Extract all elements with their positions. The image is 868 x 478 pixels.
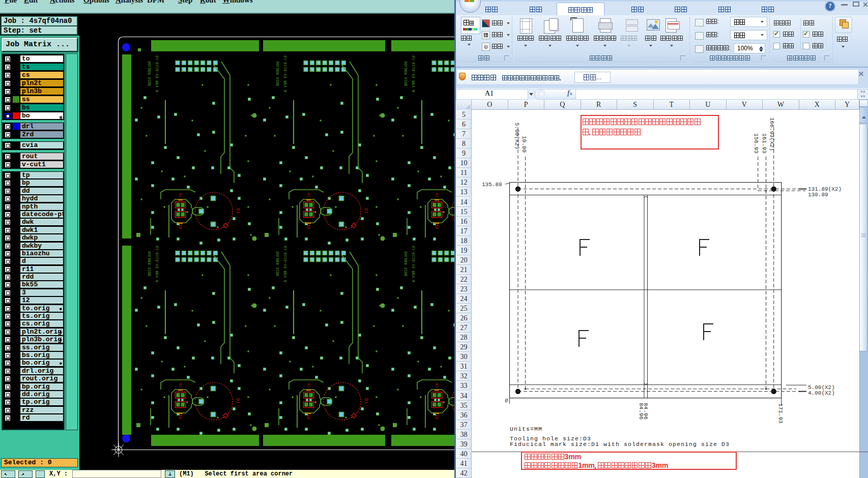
svg-text:84.96: 84.96	[643, 403, 649, 420]
svg-text:SJ-011G-V3 REV A: SJ-011G-V3 REV A	[155, 246, 159, 283]
svg-text:5.00(X2): 5.00(X2)	[514, 123, 520, 150]
svg-text:R1: R1	[179, 225, 183, 229]
svg-text:SOLDER SIDE: SOLDER SIDE	[148, 61, 152, 86]
svg-text:SJ-011G-V3 REV A: SJ-011G-V3 REV A	[283, 55, 287, 93]
svg-text:10.00: 10.00	[521, 136, 527, 153]
svg-text:130.89: 130.89	[808, 192, 828, 198]
svg-text:135.89: 135.89	[482, 182, 502, 188]
svg-text:R1: R1	[179, 415, 183, 419]
svg-text:C8: C8	[307, 383, 311, 387]
svg-text:C8: C8	[179, 383, 183, 387]
svg-text:C8: C8	[435, 383, 439, 387]
svg-text:D1: D1	[363, 398, 368, 404]
svg-text:R1: R1	[435, 225, 439, 229]
svg-text:SOLDER SIDE: SOLDER SIDE	[404, 61, 408, 86]
svg-text:156.93: 156.93	[753, 133, 759, 154]
svg-text:SJ-011G-V3 REV A: SJ-011G-V3 REV A	[283, 246, 287, 283]
svg-text:0: 0	[505, 398, 508, 404]
svg-text:D1: D1	[363, 208, 368, 214]
svg-text:R1: R1	[307, 415, 311, 419]
svg-text:SOLDER SIDE: SOLDER SIDE	[276, 61, 280, 86]
svg-text:SJ-011G-V3 REV A: SJ-011G-V3 REV A	[155, 55, 159, 93]
svg-text:SJ-011G-V3 REV A: SJ-011G-V3 REV A	[412, 246, 416, 283]
svg-text:166.93(X2): 166.93(X2)	[769, 117, 775, 151]
svg-text:R1: R1	[307, 225, 311, 229]
svg-text:SJ-011G-V3 REV A: SJ-011G-V3 REV A	[412, 55, 416, 93]
svg-text:4.00(X2): 4.00(X2)	[808, 390, 835, 396]
svg-text:R1: R1	[435, 415, 439, 419]
svg-text:D1: D1	[235, 208, 240, 214]
svg-text:C8: C8	[307, 193, 311, 197]
svg-text:D1: D1	[235, 398, 240, 404]
svg-text:SOLDER SIDE: SOLDER SIDE	[276, 251, 280, 277]
svg-text:Units=MM: Units=MM	[510, 426, 542, 432]
svg-text:Fiducical mark size:D1 with so: Fiducical mark size:D1 with soldermask o…	[510, 441, 730, 447]
svg-text:171.93: 171.93	[777, 403, 784, 424]
svg-text:161.93: 161.93	[761, 133, 767, 154]
svg-text:C8: C8	[179, 193, 183, 197]
svg-text:SOLDER SIDE: SOLDER SIDE	[404, 251, 408, 277]
svg-text:C8: C8	[435, 193, 439, 197]
svg-text:SOLDER SIDE: SOLDER SIDE	[148, 251, 152, 277]
